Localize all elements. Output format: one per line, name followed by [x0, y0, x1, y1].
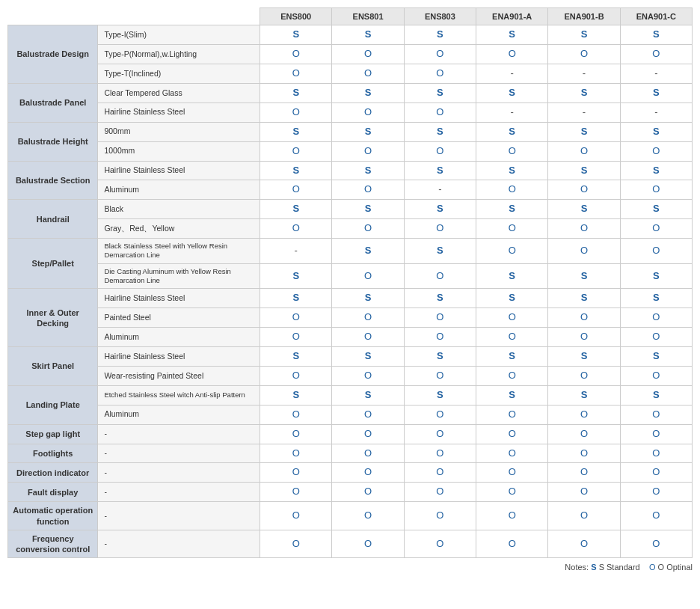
notes-label: Notes:	[565, 563, 589, 572]
value-cell: S	[260, 25, 332, 45]
value-cell: S	[260, 122, 332, 141]
value-cell: S	[620, 385, 692, 405]
feature-cell: Type-I(Slim)	[98, 25, 260, 45]
value-cell: -	[548, 64, 620, 84]
model-header: ENS801	[332, 8, 404, 25]
value-cell: S	[620, 161, 692, 180]
value-cell: O	[260, 483, 332, 502]
feature-cell: Gray、Red、Yellow	[98, 219, 260, 239]
value-cell: O	[260, 64, 332, 84]
feature-cell: Hairline Stainless Steel	[98, 347, 260, 367]
value-cell: S	[620, 289, 692, 308]
value-cell: O	[260, 180, 332, 200]
value-cell: S	[332, 200, 404, 219]
category-cell: Step/Pallet	[8, 239, 98, 289]
value-cell: S	[548, 25, 620, 45]
value-cell: S	[476, 385, 548, 405]
feature-cell: Black	[98, 200, 260, 219]
value-cell: O	[476, 444, 548, 463]
value-cell: S	[620, 263, 692, 289]
feature-cell: Hairline Stainless Steel	[98, 102, 260, 122]
value-cell: S	[476, 161, 548, 180]
value-cell: O	[620, 405, 692, 424]
value-cell: O	[620, 463, 692, 483]
value-cell: O	[548, 141, 620, 161]
value-cell: O	[404, 424, 476, 444]
feature-cell: Aluminum	[98, 328, 260, 347]
category-cell: Direction indicator	[8, 463, 98, 483]
value-cell: S	[620, 347, 692, 367]
value-cell: O	[332, 424, 404, 444]
value-cell: O	[548, 530, 620, 558]
value-cell: O	[620, 180, 692, 200]
value-cell: S	[548, 161, 620, 180]
value-cell: O	[548, 405, 620, 424]
value-cell: O	[620, 219, 692, 239]
value-cell: O	[548, 180, 620, 200]
value-cell: O	[260, 444, 332, 463]
value-cell: S	[476, 200, 548, 219]
value-cell: S	[260, 385, 332, 405]
value-cell: O	[332, 463, 404, 483]
value-cell: S	[476, 83, 548, 102]
feature-cell: Type-T(Inclined)	[98, 64, 260, 84]
value-cell: S	[260, 289, 332, 308]
value-cell: S	[404, 385, 476, 405]
feature-cell: Hairline Stainless Steel	[98, 161, 260, 180]
value-cell: O	[332, 367, 404, 386]
value-cell: O	[404, 219, 476, 239]
value-cell: O	[332, 141, 404, 161]
value-cell: O	[404, 45, 476, 64]
category-cell: Landing Plate	[8, 385, 98, 424]
value-cell: O	[404, 64, 476, 84]
value-cell: O	[332, 444, 404, 463]
value-cell: O	[620, 328, 692, 347]
value-cell: O	[548, 424, 620, 444]
o-label: O Optinal	[658, 563, 693, 572]
value-cell: O	[260, 463, 332, 483]
value-cell: S	[476, 25, 548, 45]
value-cell: S	[332, 347, 404, 367]
value-cell: O	[404, 444, 476, 463]
value-cell: O	[404, 530, 476, 558]
feature-cell: Aluminum	[98, 405, 260, 424]
o-note: O	[649, 563, 658, 572]
value-cell: O	[332, 263, 404, 289]
value-cell: S	[404, 161, 476, 180]
value-cell: O	[332, 102, 404, 122]
feature-cell: -	[98, 502, 260, 530]
value-cell: S	[404, 289, 476, 308]
value-cell: O	[260, 102, 332, 122]
value-cell: O	[476, 483, 548, 502]
value-cell: S	[404, 25, 476, 45]
value-cell: O	[260, 45, 332, 64]
feature-cell: Painted Steel	[98, 308, 260, 328]
value-cell: O	[620, 239, 692, 264]
value-cell: S	[404, 347, 476, 367]
category-cell: Balustrade Height	[8, 122, 98, 161]
value-cell: O	[548, 483, 620, 502]
value-cell: O	[476, 424, 548, 444]
value-cell: O	[404, 328, 476, 347]
value-cell: O	[260, 502, 332, 530]
value-cell: O	[620, 308, 692, 328]
value-cell: O	[260, 367, 332, 386]
value-cell: O	[476, 463, 548, 483]
value-cell: O	[620, 367, 692, 386]
value-cell: O	[404, 463, 476, 483]
value-cell: -	[476, 64, 548, 84]
value-cell: S	[404, 239, 476, 264]
value-cell: O	[332, 64, 404, 84]
value-cell: O	[404, 308, 476, 328]
feature-cell: -	[98, 483, 260, 502]
value-cell: O	[476, 308, 548, 328]
s-label: S Standard	[599, 563, 640, 572]
value-cell: S	[404, 122, 476, 141]
value-cell: S	[404, 200, 476, 219]
value-cell: -	[548, 102, 620, 122]
value-cell: -	[260, 239, 332, 264]
value-cell: O	[332, 530, 404, 558]
category-cell: Skirt Panel	[8, 347, 98, 386]
model-header: ENS800	[260, 8, 332, 25]
category-cell: Automatic operation function	[8, 502, 98, 530]
